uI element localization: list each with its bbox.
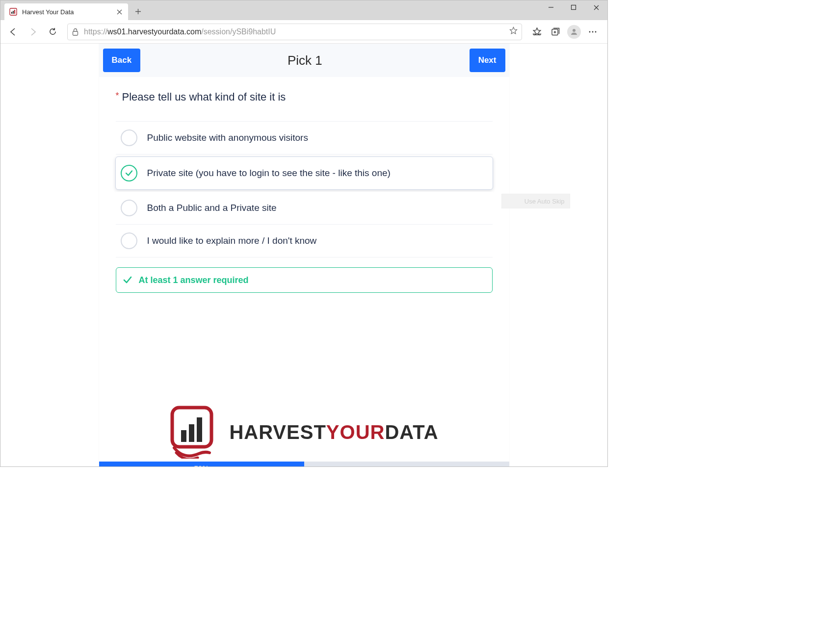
svg-rect-5 <box>73 31 78 35</box>
svg-rect-4 <box>572 5 576 10</box>
option-label: Both a Public and a Private site <box>147 203 277 213</box>
radio-icon <box>121 232 137 249</box>
svg-rect-13 <box>189 424 194 442</box>
svg-rect-2 <box>13 11 14 14</box>
favorites-icon[interactable] <box>528 23 546 41</box>
page-title: Pick 1 <box>288 53 322 68</box>
svg-point-9 <box>592 31 594 32</box>
more-menu-icon[interactable] <box>584 23 602 41</box>
new-tab-button[interactable] <box>130 3 146 19</box>
tab-bar: Harvest Your Data <box>0 0 607 20</box>
logo-text: HARVESTYOURDATA <box>229 421 438 443</box>
svg-rect-12 <box>181 430 186 442</box>
progress-label: 50% <box>194 464 209 467</box>
validation-text: At least 1 answer required <box>139 275 249 285</box>
survey-header: Back Pick 1 Next <box>99 44 509 77</box>
survey-page: Back Pick 1 Next *Please tell us what ki… <box>99 44 509 466</box>
window-controls <box>540 0 607 14</box>
logo-mark-icon <box>169 406 214 459</box>
maximize-button[interactable] <box>562 0 585 14</box>
tab-title: Harvest Your Data <box>22 8 115 16</box>
viewport: Back Pick 1 Next *Please tell us what ki… <box>0 44 607 466</box>
favorite-star-icon[interactable] <box>509 26 518 37</box>
progress-fill: 50% <box>99 462 304 466</box>
option-private[interactable]: Private site (you have to login to see t… <box>115 156 493 190</box>
option-public[interactable]: Public website with anonymous visitors <box>116 122 493 155</box>
option-both[interactable]: Both a Public and a Private site <box>116 192 493 225</box>
close-window-button[interactable] <box>585 0 607 14</box>
collections-icon[interactable] <box>547 23 564 41</box>
svg-point-10 <box>595 31 597 32</box>
option-label: I would like to explain more / I don't k… <box>147 235 317 246</box>
nav-back-button[interactable] <box>4 23 22 41</box>
lock-icon <box>72 28 79 36</box>
check-icon <box>122 275 133 285</box>
browser-tab[interactable]: Harvest Your Data <box>4 3 128 20</box>
svg-rect-1 <box>11 12 12 14</box>
footer-logo: HARVESTYOURDATA <box>116 406 493 462</box>
browser-window: Harvest Your Data https://ws01.harvestyo… <box>0 0 608 467</box>
option-label: Public website with anonymous visitors <box>147 132 308 143</box>
favicon-icon <box>9 8 17 16</box>
question-text: *Please tell us what kind of site it is <box>116 91 493 103</box>
close-tab-icon[interactable] <box>115 8 123 16</box>
required-mark: * <box>116 91 119 101</box>
progress-bar: 50% <box>99 462 509 466</box>
back-button[interactable]: Back <box>103 49 141 72</box>
svg-rect-14 <box>197 417 202 442</box>
minimize-button[interactable] <box>540 0 562 14</box>
nav-forward-button[interactable] <box>24 23 42 41</box>
radio-icon <box>121 200 137 216</box>
validation-message: At least 1 answer required <box>116 267 493 293</box>
url-text: https://ws01.harvestyourdata.com/session… <box>84 27 505 36</box>
toolbar-right <box>528 23 603 41</box>
next-button[interactable]: Next <box>470 49 505 72</box>
survey-content: *Please tell us what kind of site it is … <box>99 77 509 462</box>
reload-button[interactable] <box>44 23 61 41</box>
options-list: Public website with anonymous visitors P… <box>116 121 493 258</box>
radio-icon <box>121 165 137 181</box>
profile-avatar[interactable] <box>565 23 583 41</box>
svg-point-7 <box>573 29 576 32</box>
svg-rect-3 <box>14 10 15 14</box>
radio-icon <box>121 129 137 146</box>
option-explain[interactable]: I would like to explain more / I don't k… <box>116 225 493 258</box>
option-label: Private site (you have to login to see t… <box>147 168 391 179</box>
auto-skip-hint[interactable]: Use Auto Skip <box>501 194 570 208</box>
address-bar[interactable]: https://ws01.harvestyourdata.com/session… <box>67 24 522 40</box>
browser-toolbar: https://ws01.harvestyourdata.com/session… <box>0 20 607 44</box>
svg-point-8 <box>589 31 591 32</box>
